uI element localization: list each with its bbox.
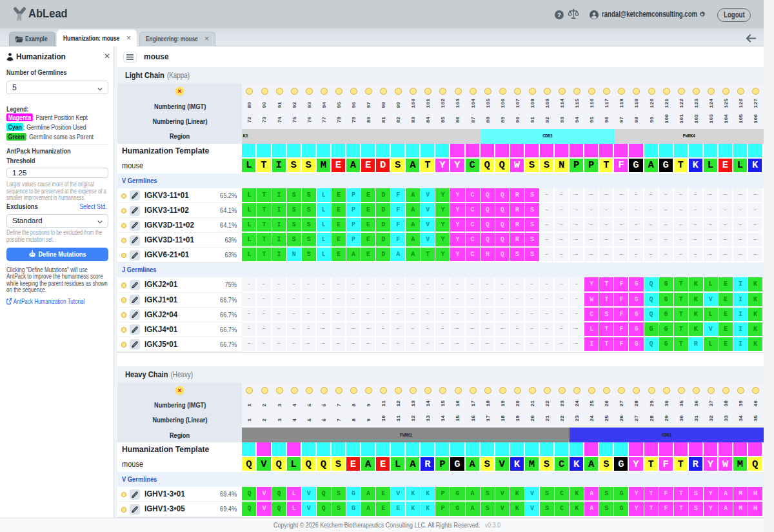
svg-text:?: ?: [557, 11, 561, 18]
svg-text:×: ×: [177, 87, 181, 95]
svg-text:×: ×: [177, 386, 181, 394]
